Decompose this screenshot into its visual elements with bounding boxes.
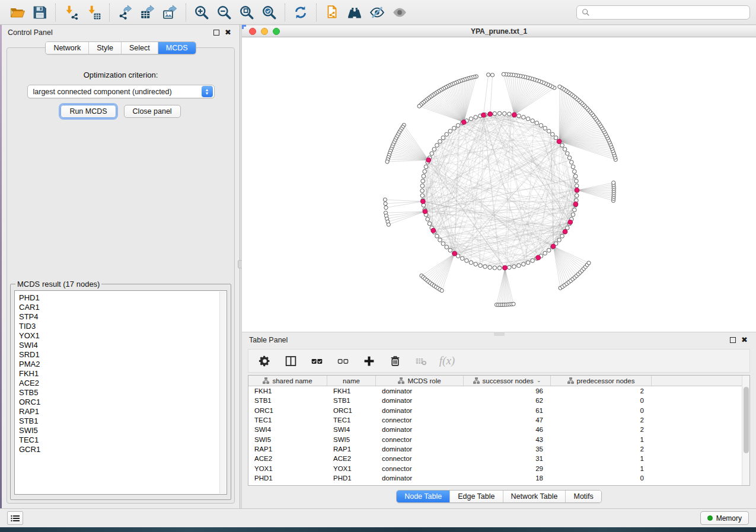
deselect-all-button[interactable]	[333, 351, 353, 371]
table-row[interactable]: SWI4SWI4dominator462	[248, 425, 749, 434]
mcds-result-item[interactable]: ORC1	[19, 398, 227, 407]
mcds-result-item[interactable]: RAP1	[19, 407, 227, 416]
delete-column-button[interactable]	[385, 351, 405, 371]
share-document-icon	[324, 5, 340, 20]
table-cell: SWI5	[248, 436, 327, 443]
scrollbar-thumb[interactable]	[744, 387, 749, 453]
table-settings-button[interactable]	[254, 351, 275, 371]
status-bar: Memory	[0, 508, 756, 527]
open-folder-icon	[9, 5, 25, 20]
search-icon	[582, 8, 590, 17]
tab-network[interactable]: Network	[46, 42, 88, 54]
select-all-button[interactable]	[307, 351, 327, 371]
table-row[interactable]: STB1STB1dominator620	[248, 396, 749, 405]
dropdown-stepper-icon: ▲▼	[202, 86, 213, 97]
table-row[interactable]: SWI5SWI5connector431	[248, 434, 749, 444]
column-header-shared-name[interactable]: shared name	[248, 376, 327, 386]
horizontal-splitter-grip[interactable]	[494, 332, 505, 336]
memory-button[interactable]: Memory	[700, 511, 749, 525]
binoculars-button[interactable]	[343, 2, 366, 23]
save-floppy-icon	[32, 5, 47, 20]
mcds-result-item[interactable]: PMA2	[19, 360, 227, 369]
mcds-result-item[interactable]: TEC1	[19, 435, 227, 445]
mcds-result-item[interactable]: SWI5	[19, 426, 227, 435]
table-cell: 2	[551, 387, 652, 395]
mcds-result-item[interactable]: STB5	[19, 388, 227, 398]
toolbar-separator	[109, 4, 110, 21]
network-canvas[interactable]	[242, 37, 756, 332]
table-cell: 1	[551, 455, 652, 462]
tab-network-table[interactable]: Network Table	[503, 491, 566, 502]
mcds-result-item[interactable]: STP4	[19, 312, 227, 322]
share-document-button[interactable]	[321, 2, 343, 23]
table-row[interactable]: ACE2ACE2connector311	[248, 454, 749, 463]
tab-select[interactable]: Select	[121, 42, 158, 54]
zoom-in-button[interactable]	[190, 2, 213, 23]
mcds-result-item[interactable]: STB1	[19, 416, 227, 426]
gear-icon	[259, 355, 271, 367]
desktop-wallpaper	[0, 527, 756, 532]
mcds-result-item[interactable]: SWI4	[19, 341, 227, 350]
table-cell: SWI5	[327, 436, 376, 443]
hide-selected-button[interactable]	[366, 2, 388, 23]
tab-edge-table[interactable]: Edge Table	[449, 491, 502, 502]
mcds-result-item[interactable]: FKH1	[19, 369, 227, 379]
list-icon	[11, 515, 20, 522]
float-panel-icon[interactable]	[730, 337, 736, 343]
table-row[interactable]: ORC1ORC1dominator610	[248, 406, 749, 415]
tab-mcds[interactable]: MCDS	[158, 42, 196, 54]
delete-table-button[interactable]	[411, 351, 431, 371]
mcds-result-item[interactable]: YOX1	[19, 331, 227, 341]
export-table-button[interactable]	[136, 2, 159, 23]
mcds-result-item[interactable]: GCR1	[19, 445, 227, 454]
table-row[interactable]: PHD1PHD1dominator180	[248, 473, 749, 483]
optimization-criterion-select[interactable]: largest connected component (undirected)…	[27, 85, 215, 98]
export-image-button[interactable]	[159, 2, 181, 23]
table-scrollbar[interactable]	[742, 376, 749, 485]
search-input[interactable]	[594, 8, 745, 17]
zoom-selected-button[interactable]	[258, 2, 280, 23]
table-panel-title: Table Panel	[249, 336, 288, 344]
control-panel-tabs: NetworkStyleSelectMCDS	[2, 41, 240, 55]
mcds-result-item[interactable]: PHD1	[19, 293, 227, 303]
import-network-button[interactable]	[60, 2, 82, 23]
column-header-mcds-role[interactable]: MCDS role	[376, 376, 464, 386]
float-panel-icon[interactable]	[213, 30, 219, 36]
mcds-result-item[interactable]: CAR1	[19, 303, 227, 312]
table-row[interactable]: TEC1TEC1connector472	[248, 415, 749, 425]
export-network-button[interactable]	[114, 2, 136, 23]
column-header-successor-nodes[interactable]: successor nodes⌄	[464, 376, 551, 386]
close-panel-icon[interactable]: ✖	[741, 337, 748, 343]
column-header-predecessor-nodes[interactable]: predecessor nodes	[551, 376, 652, 386]
tab-node-table[interactable]: Node Table	[397, 491, 449, 502]
zoom-fit-button[interactable]	[235, 2, 258, 23]
node-table: shared namenameMCDS rolesuccessor nodes⌄…	[248, 375, 750, 486]
save-session-button[interactable]	[28, 2, 51, 23]
mcds-result-item[interactable]: SRD1	[19, 350, 227, 360]
column-header-name[interactable]: name	[327, 376, 376, 386]
close-panel-button[interactable]: Close panel	[124, 105, 181, 118]
list-scrollbar[interactable]	[219, 291, 226, 493]
mcds-result-item[interactable]: TID3	[19, 322, 227, 331]
apply-function-button[interactable]: f(x)	[437, 351, 457, 371]
table-row[interactable]: FKH1FKH1dominator962	[248, 386, 749, 396]
column-type-icon	[473, 377, 480, 384]
task-history-button[interactable]	[7, 511, 23, 525]
table-cell: RAP1	[327, 446, 376, 453]
table-row[interactable]: YOX1YOX1connector291	[248, 463, 749, 473]
import-table-button[interactable]	[82, 2, 105, 23]
tab-style[interactable]: Style	[88, 42, 121, 54]
split-panel-button[interactable]	[280, 351, 301, 371]
zoom-out-button[interactable]	[213, 2, 235, 23]
export-network-icon	[117, 5, 133, 20]
close-panel-icon[interactable]: ✖	[225, 30, 231, 36]
show-all-button[interactable]	[388, 2, 411, 23]
mcds-result-item[interactable]: ACE2	[19, 379, 227, 388]
refresh-layout-button[interactable]	[289, 2, 312, 23]
tab-motifs[interactable]: Motifs	[565, 491, 601, 502]
open-session-button[interactable]	[6, 2, 28, 23]
add-column-button[interactable]	[359, 351, 379, 371]
run-mcds-button[interactable]: Run MCDS	[60, 105, 116, 118]
table-row[interactable]: RAP1RAP1dominator352	[248, 444, 749, 454]
table-cell: 0	[551, 397, 652, 404]
